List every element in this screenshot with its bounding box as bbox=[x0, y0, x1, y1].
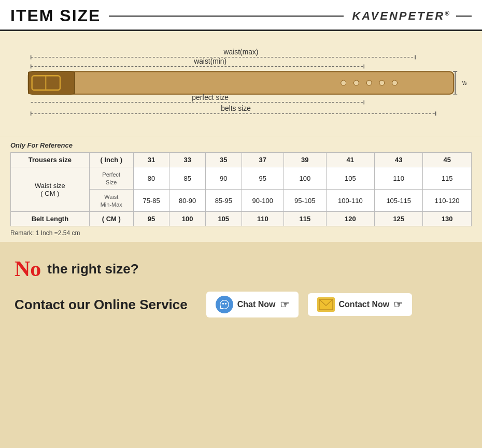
cell-wm-95105: 95-105 bbox=[284, 190, 327, 212]
no-label: No bbox=[15, 256, 41, 281]
svg-point-13 bbox=[354, 80, 359, 85]
contact-now-label: Contact Now bbox=[339, 300, 390, 309]
cell-wm-8595: 85-95 bbox=[205, 190, 242, 212]
col-35: 35 bbox=[205, 153, 242, 167]
cell-wm-7585: 75-85 bbox=[133, 190, 169, 212]
col-trousers-size: Trousers size bbox=[11, 153, 90, 167]
cell-ps-115: 115 bbox=[423, 167, 472, 190]
hand-icon-contact: ☞ bbox=[393, 298, 403, 311]
contact-now-button[interactable]: Contact Now ☞ bbox=[308, 293, 413, 316]
contact-label: Contact our Online Service bbox=[15, 297, 188, 313]
item-size-title: ITEM SIZE bbox=[10, 6, 101, 25]
cell-ps-105: 105 bbox=[326, 167, 374, 190]
col-43: 43 bbox=[375, 153, 423, 167]
svg-point-12 bbox=[341, 80, 346, 85]
cell-bl-110: 110 bbox=[242, 212, 284, 226]
hand-icon-chat: ☞ bbox=[280, 298, 289, 311]
chat-now-button[interactable]: Chat Now ☞ bbox=[206, 292, 299, 317]
svg-point-14 bbox=[366, 80, 372, 85]
svg-rect-8 bbox=[29, 71, 454, 94]
cell-bl-95: 95 bbox=[133, 212, 169, 226]
belt-length-label: Belt Length bbox=[11, 212, 90, 226]
belt-length-unit: ( CM ) bbox=[89, 212, 133, 226]
size-table: Trousers size ( Inch ) 31 33 35 37 39 41… bbox=[10, 152, 472, 226]
table-row-perfect-size: Waist size( CM ) PerfectSize 80 85 90 95… bbox=[11, 167, 472, 190]
svg-text:perfect size: perfect size bbox=[192, 93, 229, 102]
cell-bl-115: 115 bbox=[284, 212, 327, 226]
bottom-section: No the right size? Contact our Online Se… bbox=[0, 242, 482, 330]
chat-now-label: Chat Now bbox=[237, 300, 276, 309]
table-section: Only For Reference Trousers size ( Inch … bbox=[0, 137, 482, 242]
page-header: ITEM SIZE KAVENPETER® bbox=[0, 0, 482, 31]
waist-minmax-sublabel: WaistMin-Max bbox=[89, 190, 133, 212]
table-row-belt-length: Belt Length ( CM ) 95 100 105 110 115 12… bbox=[11, 212, 472, 226]
no-size-row: No the right size? bbox=[15, 256, 467, 281]
col-inch: ( Inch ) bbox=[89, 153, 133, 167]
cell-wm-110120: 110-120 bbox=[423, 190, 472, 212]
col-33: 33 bbox=[169, 153, 206, 167]
waist-size-label: Waist size( CM ) bbox=[11, 167, 90, 212]
cell-ps-85: 85 bbox=[169, 167, 206, 190]
svg-rect-9 bbox=[29, 71, 75, 94]
cell-wm-8090: 80-90 bbox=[169, 190, 206, 212]
brand-name: KAVENPETER® bbox=[352, 9, 451, 23]
cell-wm-105115: 105-115 bbox=[375, 190, 423, 212]
perfect-size-sublabel: PerfectSize bbox=[89, 167, 133, 190]
reference-label: Only For Reference bbox=[10, 141, 472, 149]
contact-row: Contact our Online Service Chat Now ☞ bbox=[15, 292, 467, 317]
col-31: 31 bbox=[133, 153, 169, 167]
belt-diagram: waist(max) waist(min) width bbox=[16, 41, 466, 124]
header-divider bbox=[109, 16, 344, 17]
svg-text:waist(min): waist(min) bbox=[193, 57, 226, 65]
svg-point-29 bbox=[225, 303, 226, 305]
remark-text: Remark: 1 Inch =2.54 cm bbox=[10, 229, 472, 237]
no-size-text: the right size? bbox=[47, 261, 138, 277]
col-41: 41 bbox=[326, 153, 374, 167]
header-end-line bbox=[456, 16, 472, 17]
cell-wm-90100: 90-100 bbox=[242, 190, 284, 212]
cell-bl-105: 105 bbox=[205, 212, 242, 226]
chat-icon bbox=[216, 296, 233, 313]
cell-bl-100: 100 bbox=[169, 212, 206, 226]
col-45: 45 bbox=[423, 153, 472, 167]
cell-ps-90: 90 bbox=[205, 167, 242, 190]
cell-bl-130: 130 bbox=[423, 212, 472, 226]
svg-point-28 bbox=[222, 303, 224, 305]
col-37: 37 bbox=[242, 153, 284, 167]
svg-point-15 bbox=[379, 80, 385, 85]
svg-point-16 bbox=[392, 80, 398, 85]
cell-bl-120: 120 bbox=[326, 212, 374, 226]
svg-text:width: width bbox=[462, 79, 466, 86]
email-icon bbox=[317, 297, 335, 312]
svg-text:waist(max): waist(max) bbox=[223, 48, 259, 56]
col-39: 39 bbox=[284, 153, 327, 167]
cell-ps-100: 100 bbox=[284, 167, 327, 190]
belt-svg-diagram: waist(max) waist(min) width bbox=[16, 41, 466, 124]
cell-ps-110: 110 bbox=[375, 167, 423, 190]
cell-ps-95: 95 bbox=[242, 167, 284, 190]
svg-text:belts size: belts size bbox=[221, 104, 251, 112]
table-header-row: Trousers size ( Inch ) 31 33 35 37 39 41… bbox=[11, 153, 472, 167]
belt-diagram-section: waist(max) waist(min) width bbox=[0, 31, 482, 137]
cell-ps-80: 80 bbox=[133, 167, 169, 190]
cell-wm-100110: 100-110 bbox=[326, 190, 374, 212]
cell-bl-125: 125 bbox=[375, 212, 423, 226]
